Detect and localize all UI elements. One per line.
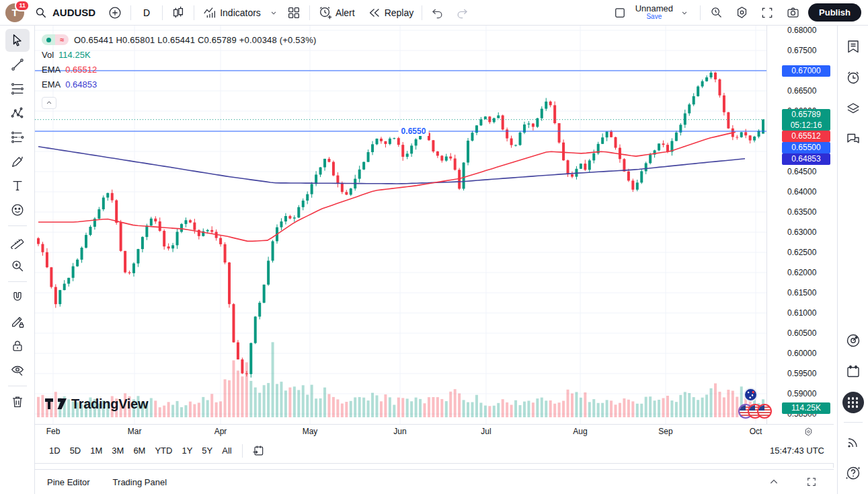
user-menu[interactable]: T 11 xyxy=(5,3,24,22)
symbol-legend-row[interactable]: ≈ O0.65441 H0.65801 L0.65441 C0.65789 +0… xyxy=(42,32,316,47)
volume-bar xyxy=(723,397,725,417)
volume-bar xyxy=(718,392,721,417)
ema_fast-line[interactable] xyxy=(38,132,736,241)
volume-bar xyxy=(198,402,200,417)
candle xyxy=(458,170,461,188)
chart-style-button[interactable] xyxy=(168,3,188,23)
horizontal-line-price-label[interactable]: 0.6550 xyxy=(399,127,429,136)
panel-expand-up-button[interactable] xyxy=(764,472,784,492)
volume-bar xyxy=(532,402,535,417)
symbol-name[interactable]: AUDUSD xyxy=(52,7,95,18)
range-button-1y[interactable]: 1Y xyxy=(177,443,197,458)
candle xyxy=(636,182,639,189)
hotlists-button[interactable] xyxy=(841,328,865,353)
time-axis[interactable]: FebMarAprMayJunJulAugSepOct xyxy=(35,424,834,438)
fib-retracement-tool[interactable] xyxy=(5,77,30,100)
indicator-templates-button[interactable] xyxy=(284,3,304,23)
volume-label: Vol xyxy=(42,50,54,60)
trend-line-tool[interactable] xyxy=(5,53,30,76)
chat-button[interactable] xyxy=(841,127,865,151)
candle xyxy=(658,143,660,150)
undo-button[interactable] xyxy=(428,3,448,23)
forecast-position-tool[interactable] xyxy=(5,126,30,149)
go-to-date-icon xyxy=(251,444,265,458)
candle xyxy=(562,143,565,160)
candle xyxy=(662,143,665,145)
lock-all-drawings-tool[interactable] xyxy=(5,334,30,357)
settings-button[interactable] xyxy=(732,3,752,23)
candle xyxy=(41,244,44,252)
drawing-mode-lock-tool[interactable] xyxy=(5,310,30,333)
symbol-search[interactable]: AUDUSD xyxy=(31,3,95,23)
volume-legend-row[interactable]: Vol 114.25K xyxy=(42,47,316,62)
chat-bubbles-icon xyxy=(845,131,861,147)
clock-utc[interactable]: 15:47:43 UTC xyxy=(770,446,824,456)
emoji-tool[interactable] xyxy=(5,199,30,221)
pattern-tool[interactable] xyxy=(5,102,30,125)
measure-tool[interactable] xyxy=(5,230,30,253)
us-flag-event-icon[interactable] xyxy=(757,404,772,419)
watchlist-button[interactable] xyxy=(841,34,865,59)
compare-add-symbol-button[interactable] xyxy=(105,3,125,23)
quick-search-button[interactable] xyxy=(706,3,726,23)
save-link[interactable]: Save xyxy=(646,13,662,21)
market-status-pill[interactable]: ≈ xyxy=(42,34,69,45)
toolbar-divider xyxy=(309,5,310,20)
pencil-lock-icon xyxy=(10,314,25,329)
volume-bar xyxy=(488,406,491,417)
price-axis-badge: 0.65512 xyxy=(782,131,830,142)
ema-slow-legend-row[interactable]: EMA 0.64853 xyxy=(42,77,316,92)
range-button-5d[interactable]: 5D xyxy=(65,443,86,458)
range-button-ytd[interactable]: YTD xyxy=(150,443,177,458)
ema_slow-line[interactable] xyxy=(38,147,745,184)
trading-panel-tab[interactable]: Trading Panel xyxy=(113,477,167,487)
volume-bar xyxy=(389,397,391,417)
price-axis[interactable]: 0.680000.675000.670000.665000.660000.655… xyxy=(766,26,834,424)
publish-button[interactable]: Publish xyxy=(808,3,861,22)
panel-maximize-button[interactable] xyxy=(801,472,822,492)
range-button-3m[interactable]: 3M xyxy=(107,443,128,458)
range-button-all[interactable]: All xyxy=(217,443,236,458)
layout-select-button[interactable] xyxy=(610,3,630,23)
hide-all-drawings-tool[interactable] xyxy=(5,359,30,382)
magnet-mode-tool[interactable] xyxy=(5,286,30,309)
range-button-6m[interactable]: 6M xyxy=(128,443,150,458)
volume-bar xyxy=(150,398,153,417)
volume-bar xyxy=(606,400,608,417)
cursor-tool[interactable] xyxy=(5,29,30,52)
text-tool[interactable] xyxy=(5,174,30,197)
remove-drawings-tool[interactable] xyxy=(5,390,30,413)
alerts-panel-button[interactable] xyxy=(841,65,865,90)
alert-button[interactable]: Alert xyxy=(315,3,358,23)
replay-button[interactable]: Replay xyxy=(364,3,417,23)
brush-tool[interactable] xyxy=(5,150,30,173)
range-button-5y[interactable]: 5Y xyxy=(197,443,217,458)
range-button-1d[interactable]: 1D xyxy=(44,443,65,458)
au-flag-event-icon[interactable] xyxy=(744,388,758,402)
ema-fast-legend-row[interactable]: EMA 0.65512 xyxy=(42,62,316,77)
legend-collapse-button[interactable] xyxy=(42,97,56,109)
indicators-button[interactable]: Indicators xyxy=(200,3,264,23)
go-to-date-button[interactable] xyxy=(248,441,268,461)
volume-bar xyxy=(580,398,582,417)
layout-menu-chevron[interactable] xyxy=(674,3,695,23)
undo-icon xyxy=(431,6,444,20)
interval-button[interactable]: D xyxy=(136,3,157,23)
chevron-up-icon xyxy=(768,477,779,487)
time-axis-label: Aug xyxy=(573,427,587,436)
pine-editor-tab[interactable]: Pine Editor xyxy=(47,477,90,487)
candle xyxy=(375,139,378,144)
calendar-button[interactable] xyxy=(841,359,865,384)
object-tree-button[interactable] xyxy=(841,96,865,120)
indicators-dropdown-chevron[interactable] xyxy=(264,3,284,23)
help-button[interactable] xyxy=(841,461,865,485)
fullscreen-button[interactable] xyxy=(757,3,777,23)
volume-bar xyxy=(249,381,252,417)
zoom-in-tool[interactable] xyxy=(5,254,30,277)
range-button-1m[interactable]: 1M xyxy=(85,443,107,458)
apps-menu-button[interactable] xyxy=(841,390,865,415)
streams-button[interactable] xyxy=(841,430,865,454)
redo-button[interactable] xyxy=(452,3,472,23)
screenshot-button[interactable] xyxy=(783,3,803,23)
layout-name[interactable]: Unnamed Save xyxy=(635,4,673,20)
